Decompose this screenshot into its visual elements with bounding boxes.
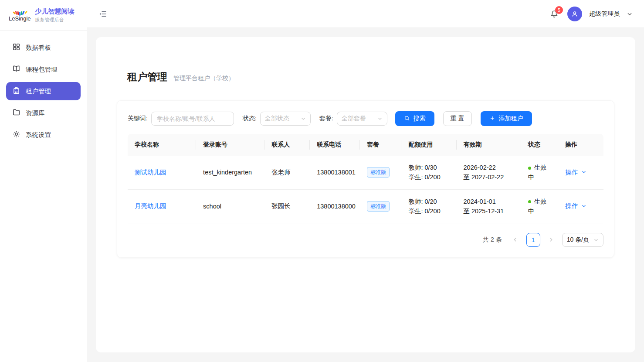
page-size-select[interactable]: 10 条/页 <box>562 233 603 247</box>
validity-start: 2026-02-22 <box>464 163 514 172</box>
plan-select[interactable]: 全部套餐 <box>337 112 387 126</box>
search-button[interactable]: 搜索 <box>395 111 434 126</box>
row-action-dropdown[interactable]: 操作 <box>565 202 597 210</box>
add-tenant-button[interactable]: 添加租户 <box>481 111 532 126</box>
status-select[interactable]: 全部状态 <box>260 112 311 126</box>
sidebar-item-system-settings[interactable]: 系统设置 <box>6 126 81 144</box>
sidebar-item-dashboard[interactable]: 数据看板 <box>6 38 81 57</box>
chevron-down-icon <box>581 203 586 210</box>
main-area: 5 超级管理员 租户管理 管理平台租户（学校） <box>87 0 644 362</box>
plan-badge: 标准版 <box>367 167 390 178</box>
app-window: LeSingle 少儿智慧阅读 服务管理后台 数据看板 课程包管理 <box>0 0 644 362</box>
reset-button[interactable]: 重 置 <box>443 111 472 126</box>
prev-page-icon[interactable] <box>509 233 522 246</box>
chevron-down-icon[interactable] <box>627 11 633 17</box>
brand-title: 少儿智慧阅读 <box>35 7 75 16</box>
top-header: 5 超级管理员 <box>87 0 644 28</box>
column-header-validity: 有效期 <box>457 134 521 156</box>
notification-bell-icon[interactable]: 5 <box>548 8 560 20</box>
quota-cell: 教师: 0/20 学生: 0/200 <box>401 189 456 223</box>
sidebar-item-course-packages[interactable]: 课程包管理 <box>6 60 81 79</box>
next-page-icon[interactable] <box>545 233 558 246</box>
status-dot-icon <box>528 167 531 170</box>
page-head: 租户管理 管理平台租户（学校） <box>127 70 614 84</box>
contact-cell: 张老师 <box>264 156 310 189</box>
column-header-action: 操作 <box>558 134 603 156</box>
content-area: 租户管理 管理平台租户（学校） 关键词: 状态: 全部状态 <box>87 28 644 362</box>
school-name-link[interactable]: 月亮幼儿园 <box>135 202 166 209</box>
brand-subtitle: 服务管理后台 <box>35 17 75 23</box>
validity-end: 至 2025-12-31 <box>464 206 514 216</box>
account-cell: school <box>196 189 264 223</box>
table-row: 测试幼儿园 test_kindergarten 张老师 13800138001 … <box>128 156 603 189</box>
quota-student: 学生: 0/200 <box>408 172 449 182</box>
sidebar-item-label: 系统设置 <box>26 131 51 139</box>
validity-end: 至 2027-02-22 <box>464 172 514 182</box>
school-name-link[interactable]: 测试幼儿园 <box>135 169 166 176</box>
contact-cell: 张园长 <box>264 189 310 223</box>
column-header-status: 状态 <box>521 134 558 156</box>
status-badge: 生效中 <box>528 198 547 215</box>
folder-icon <box>12 108 20 118</box>
page-subtitle: 管理平台租户（学校） <box>173 75 234 82</box>
column-header-plan: 套餐 <box>360 134 401 156</box>
chevron-down-icon <box>593 237 599 242</box>
validity-start: 2024-01-01 <box>464 197 514 206</box>
column-header-phone: 联系电话 <box>310 134 360 156</box>
notification-badge: 5 <box>555 6 563 14</box>
quota-teacher: 教师: 0/20 <box>408 197 449 206</box>
logo-text: LeSingle <box>9 15 31 22</box>
status-select-value: 全部状态 <box>265 115 289 123</box>
sidebar-nav: 数据看板 课程包管理 租户管理 资源库 <box>0 31 87 152</box>
current-user-name[interactable]: 超级管理员 <box>589 10 620 18</box>
tenant-table: 学校名称 登录账号 联系人 联系电话 套餐 配额使用 有效期 状态 操作 <box>128 134 603 223</box>
page-number-button[interactable]: 1 <box>526 233 540 247</box>
sidebar-item-label: 数据看板 <box>26 44 51 52</box>
table-row: 月亮幼儿园 school 张园长 13800138000 标准版 教师: 0/2… <box>128 189 603 223</box>
status-cell: 生效中 <box>521 189 558 223</box>
column-header-quota: 配额使用 <box>401 134 456 156</box>
phone-cell: 13800138000 <box>310 189 360 223</box>
quota-student: 学生: 0/200 <box>408 206 449 216</box>
chevron-down-icon <box>581 169 586 176</box>
sidebar-item-label: 租户管理 <box>26 87 51 96</box>
account-cell: test_kindergarten <box>196 156 264 189</box>
column-header-contact: 联系人 <box>264 134 310 156</box>
avatar[interactable] <box>567 7 582 21</box>
status-cell: 生效中 <box>521 156 558 189</box>
gear-icon <box>12 130 20 140</box>
action-label: 操作 <box>565 202 578 210</box>
pagination-total: 共 2 条 <box>483 236 502 244</box>
menu-fold-icon[interactable] <box>97 8 109 20</box>
row-action-dropdown[interactable]: 操作 <box>565 168 597 177</box>
sidebar-item-tenant-management[interactable]: 租户管理 <box>6 82 81 100</box>
validity-cell: 2024-01-01 至 2025-12-31 <box>457 189 521 223</box>
status-label: 状态: <box>243 115 257 123</box>
header-right: 5 超级管理员 <box>548 7 633 21</box>
logo-color-arc-icon <box>14 9 26 15</box>
sidebar: LeSingle 少儿智慧阅读 服务管理后台 数据看板 课程包管理 <box>0 0 87 362</box>
plan-select-value: 全部套餐 <box>342 115 366 123</box>
pagination: 共 2 条 1 10 条/页 <box>128 233 603 247</box>
brand: LeSingle 少儿智慧阅读 服务管理后台 <box>0 0 87 31</box>
page-card: 租户管理 管理平台租户（学校） 关键词: 状态: 全部状态 <box>96 37 635 352</box>
sidebar-item-resource-library[interactable]: 资源库 <box>6 104 81 122</box>
building-icon <box>12 86 20 96</box>
action-label: 操作 <box>565 168 578 177</box>
dashboard-icon <box>12 43 20 52</box>
reset-button-label: 重 置 <box>451 115 464 123</box>
validity-cell: 2026-02-22 至 2027-02-22 <box>457 156 521 189</box>
chevron-down-icon <box>377 116 383 121</box>
keyword-input[interactable] <box>151 112 234 126</box>
column-header-account: 登录账号 <box>196 134 264 156</box>
page-size-value: 10 条/页 <box>567 236 589 244</box>
keyword-label: 关键词: <box>128 115 148 123</box>
table-header-row: 学校名称 登录账号 联系人 联系电话 套餐 配额使用 有效期 状态 操作 <box>128 134 603 156</box>
filter-bar: 关键词: 状态: 全部状态 套餐: 全部套餐 <box>128 111 603 126</box>
status-badge: 生效中 <box>528 164 547 181</box>
plan-badge: 标准版 <box>367 201 390 212</box>
sidebar-item-label: 课程包管理 <box>26 65 58 74</box>
quota-teacher: 教师: 0/30 <box>408 163 449 172</box>
phone-cell: 13800138001 <box>310 156 360 189</box>
search-icon <box>404 115 410 123</box>
